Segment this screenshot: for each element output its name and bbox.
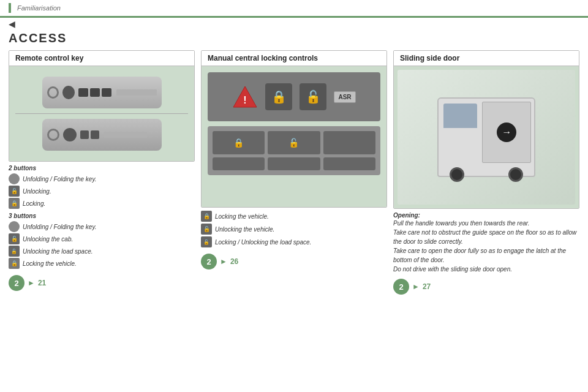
small-btn-3 (323, 131, 375, 154)
legend-3btn-label3: Unlocking the load space. (23, 248, 93, 255)
panel-bottom: 🔒 🔓 (208, 126, 380, 175)
nav-page-col3: 27 (423, 282, 431, 291)
small-btn-6 (323, 157, 375, 171)
ml-label1: Locking the vehicle. (215, 213, 269, 220)
small-btn-4 (213, 157, 265, 171)
legend-3btn-label1: Unfolding / Folding the key. (23, 224, 96, 230)
small-btn-1: 🔒 (213, 131, 265, 154)
icon-lock-2btn: 🔒 (9, 198, 20, 209)
asr-label: ASR (334, 91, 355, 103)
ml-item1: 🔒 Locking the vehicle. (201, 211, 387, 222)
key-fob-3btn (42, 119, 162, 151)
legend-2btn: 2 buttons Unfolding / Folding the key. 🔓… (9, 165, 195, 209)
column-manual-lock: Manual central locking controls ! 🔒 (201, 50, 387, 270)
warning-triangle-icon: ! (232, 84, 258, 110)
card-remote-key: Remote control key (9, 50, 195, 162)
ml-item3: 🔓 Locking / Unlocking the load space. (201, 236, 387, 247)
fob-btns (78, 88, 111, 97)
fob-blade1 (116, 89, 156, 96)
legend-3btn-item4: 🔒 Locking the vehicle. (9, 258, 195, 269)
card-sliding-door: Sliding side door ← (393, 50, 579, 209)
panel-top: ! 🔒 🔓 ASR (208, 72, 380, 121)
card-header-remote-key: Remote control key (9, 51, 194, 66)
icon-fold-3btn (9, 221, 20, 232)
legend-3btn-label2: Unlocking the cab. (23, 236, 73, 243)
small-btn-5 (268, 157, 320, 171)
legend-3btn-item3: 🔓 Unlocking the load space. (9, 246, 195, 257)
breadcrumb: Familiarisation (17, 4, 61, 12)
nav-circle-col1[interactable]: 2 (9, 275, 24, 291)
back-button-area: ◀ (0, 18, 588, 30)
opening-line1: Pull the handle towards you then towards… (393, 219, 579, 228)
nav-arrow-col1: ► (28, 279, 35, 287)
legend-2btn-label2: Unlocking. (23, 188, 51, 195)
icon-fold-unfold (9, 173, 20, 184)
van-wheel-rear (508, 167, 523, 182)
manual-legend: 🔒 Locking the vehicle. 🔓 Unlocking the v… (201, 211, 387, 247)
fob-btn2 (90, 88, 100, 97)
icon-ml-lock: 🔒 (201, 211, 212, 222)
icon-unlock-cab: 🔓 (9, 233, 20, 244)
fob-round-btn (62, 86, 75, 99)
icon-unlock-2btn: 🔓 (9, 186, 20, 197)
icon-ml-unlock: 🔓 (201, 224, 212, 235)
legend-2btn-item1: Unfolding / Folding the key. (9, 173, 195, 184)
unlock-panel-btn: 🔓 (300, 83, 326, 110)
lock-panel-btn: 🔒 (265, 83, 292, 110)
fob-btns2 (80, 130, 99, 139)
fob-ring (47, 86, 59, 99)
page-title: ACCESS (9, 31, 579, 45)
icon-unlock-load: 🔓 (9, 246, 20, 257)
back-icon[interactable]: ◀ (9, 19, 15, 29)
fob-btn1 (78, 88, 88, 97)
nav-col2: 2 ► 26 (201, 254, 387, 270)
main-content: ACCESS Remote control key (0, 30, 588, 296)
card-header-sliding: Sliding side door (394, 51, 579, 66)
opening-line3: Take care to open the door fully so as t… (393, 246, 579, 265)
van-windshield (443, 104, 477, 128)
legend-2btn-label3: Locking. (23, 200, 45, 207)
sidebar-indicator (9, 3, 11, 13)
nav-page-col1: 21 (38, 279, 46, 287)
card-body-sliding: ← (394, 66, 579, 208)
icon-lock-3btn: 🔒 (9, 258, 20, 269)
legend-2btn-label1: Unfolding / Folding the key. (23, 176, 96, 183)
column-remote-key: Remote control key (9, 50, 195, 291)
nav-circle-col2[interactable]: 2 (201, 254, 217, 270)
opening-text-block: Opening: Pull the handle towards you the… (393, 212, 579, 274)
opening-line2: Take care not to obstruct the guide spac… (393, 228, 579, 246)
columns: Remote control key (9, 50, 579, 295)
legend-2btn-item2: 🔓 Unlocking. (9, 186, 195, 197)
fob-blade2 (104, 132, 147, 138)
legend-3btn-title: 3 buttons (9, 213, 195, 219)
nav-col3: 2 ► 27 (393, 279, 579, 295)
door-handle-icon: ← (497, 123, 516, 142)
card-body-remote-key (9, 66, 194, 161)
icon-ml-lock-unlock-load: 🔓 (201, 236, 212, 247)
legend-2btn-title: 2 buttons (9, 165, 195, 172)
legend-3btn-item1: Unfolding / Folding the key. (9, 221, 195, 232)
top-bar: Familiarisation (0, 0, 588, 18)
fob-ring2 (47, 129, 59, 141)
card-body-manual: ! 🔒 🔓 ASR 🔒 🔓 (202, 66, 386, 207)
nav-page-col2: 26 (230, 257, 238, 266)
opening-line4: Do not drive with the sliding side door … (393, 265, 579, 274)
nav-arrow-col3: ► (412, 282, 420, 291)
card-manual-lock: Manual central locking controls ! 🔒 (201, 50, 387, 208)
van-illustration: ← (398, 70, 575, 205)
column-sliding-door: Sliding side door ← (393, 50, 579, 295)
ml-label2: Unlocking the vehicle. (215, 226, 274, 233)
legend-2btn-item3: 🔒 Locking. (9, 198, 195, 209)
card-divider-key (15, 113, 188, 114)
nav-col1: 2 ► 21 (9, 275, 195, 291)
key-fob-2btn (42, 77, 162, 108)
card-header-manual: Manual central locking controls (202, 51, 386, 66)
legend-3btn: 3 buttons Unfolding / Folding the key. 🔓… (9, 213, 195, 269)
fob-btn5 (91, 130, 99, 139)
fob-btn4 (80, 130, 89, 139)
van-wheel-front (450, 167, 464, 182)
small-btn-2: 🔓 (268, 131, 320, 154)
nav-circle-col3[interactable]: 2 (393, 279, 409, 295)
fob-round-btn2 (63, 128, 77, 141)
fob-btn3 (102, 88, 111, 97)
